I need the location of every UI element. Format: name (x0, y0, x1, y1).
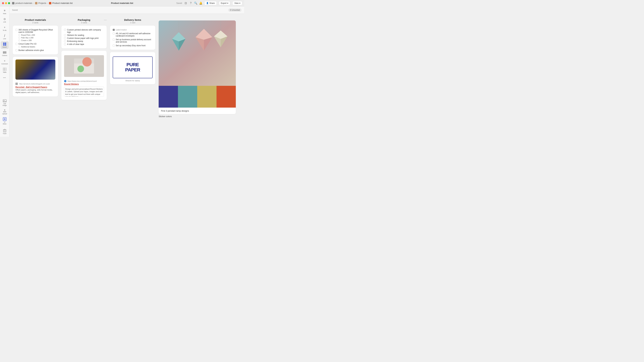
moo-link-title[interactable]: Round Stickers (64, 83, 104, 85)
card-pure-paper: PUREPAPER Artwork for stamp (110, 52, 155, 84)
sidebar-item-comment[interactable]: ≡ Comment (1, 58, 9, 66)
search-icon[interactable]: 🔍 (194, 2, 197, 4)
moo-icon (64, 80, 66, 82)
checkbox-pale-sky[interactable] (18, 37, 20, 38)
link-title-ball-doggett[interactable]: Recycled - Ball & Doggett Papers (16, 86, 55, 88)
sticker-colors-label: Sticker colors (159, 114, 236, 118)
swatch-teal (178, 86, 197, 108)
checkbox-postal[interactable] (113, 38, 115, 40)
breadcrumb-home[interactable]: product-materials (16, 2, 32, 4)
ai-ideas-icon (3, 117, 6, 121)
stamp-label: Artwork for stamp (113, 80, 152, 82)
link-url-ball-doggett: https://products.ballanddoggett.com.au/p… (19, 83, 50, 85)
board-area: Product materials 2 cards 300 sheets of … (10, 14, 244, 137)
sidebar-item-add-image[interactable]: Add image (1, 98, 9, 107)
check-item-label-maker[interactable]: Label maker (113, 28, 152, 31)
content-toolbar: Saved 0 Unsorted (10, 6, 244, 14)
note-icon: ≡ (3, 9, 6, 12)
toolbar-right: 0 Unsorted (228, 8, 242, 12)
checkbox-tape[interactable] (64, 43, 66, 45)
checkbox-royal-pink[interactable] (18, 34, 20, 36)
checkbox-embossing[interactable] (64, 40, 66, 42)
color-swatches (159, 86, 236, 108)
column-title-delivery: Delivery items (110, 18, 155, 21)
check-text-glue: Bunker adhesive enviro glue (18, 49, 44, 51)
checkbox-stickers-seal[interactable] (64, 34, 66, 36)
export-chevron: ▾ (227, 2, 228, 4)
export-button[interactable]: Export ▾ (219, 1, 230, 5)
check-text-royal-pink: Royal Pink x 200 (21, 34, 35, 36)
check-item-royal-pink[interactable]: Royal Pink x 200 (16, 34, 55, 36)
checkbox-cream[interactable] (18, 39, 20, 41)
sidebar-item-upload[interactable]: Upload (1, 108, 9, 116)
todo-icon: ≡ (3, 25, 6, 29)
column-icon (3, 51, 6, 54)
export-label: Export (221, 2, 227, 4)
column-menu-packaging[interactable]: — (104, 18, 107, 21)
titlebar-right: Saved ⊡ ? 🔍 🔔 👤 Share Export ▾ View ▾ (176, 1, 242, 5)
svg-rect-1 (5, 42, 6, 44)
sidebar-item-trash[interactable]: Trash (1, 128, 9, 135)
sidebar-item-line[interactable]: / Line (1, 33, 9, 40)
check-item-tissue[interactable]: Custom tissue paper with logo print (64, 37, 104, 40)
check-item-cream[interactable]: Cream x 200 (16, 39, 55, 42)
check-item-blades[interactable]: Additional blades (16, 45, 55, 48)
column-product-materials: Product materials 2 cards 300 sheets of … (13, 17, 58, 133)
minimize-button[interactable] (5, 2, 7, 4)
check-item-cricut[interactable]: Cricut Cutter Pro V2 (16, 42, 55, 45)
sidebar-item-ai-ideas[interactable]: Al Ideas (1, 116, 9, 126)
checkbox-glue[interactable] (16, 49, 18, 51)
window-title: Product materials list (111, 2, 133, 4)
checkbox-envelopes[interactable] (113, 32, 115, 34)
unsorted-badge: 0 Unsorted (228, 8, 242, 12)
notification-icon[interactable]: 🔔 (200, 2, 202, 4)
check-text-sleeves: Custom printed sleeves with company logo (67, 29, 104, 33)
check-item-envelopes[interactable]: A5, A4 and A3 reinforced self-adhesive c… (113, 32, 152, 37)
check-item-pale-sky[interactable]: Pale Sky x 200 (16, 36, 55, 39)
column-images: First 3 pendant lamp designs Sticker col… (159, 17, 236, 133)
swatch-blue (159, 86, 178, 108)
sidebar-item-board[interactable]: Board (1, 41, 9, 49)
checkbox-label-maker[interactable] (113, 29, 115, 31)
fullscreen-button[interactable] (8, 2, 10, 4)
card-delivery-checklist: Label maker A5, A4 and A3 reinforced sel… (110, 26, 155, 50)
add-image-label: Add image (2, 103, 8, 106)
help-icon[interactable]: ? (189, 2, 192, 4)
upload-label: Upload (2, 113, 7, 115)
share-button[interactable]: 👤 Share (204, 1, 216, 5)
sidebar-item-todo[interactable]: ≡ To-do (1, 24, 9, 32)
check-text-300sheets: 300 sheets of Doggett Recycled Offset ca… (18, 29, 55, 33)
close-button[interactable] (2, 2, 4, 4)
svg-rect-14 (3, 111, 6, 112)
view-button[interactable]: View ▾ (232, 1, 242, 5)
board-label: Board (2, 46, 6, 48)
checkbox-etsy[interactable] (113, 44, 115, 46)
breadcrumb-current: Product materials list (52, 2, 72, 4)
checkbox-sleeves[interactable] (64, 29, 66, 31)
sidebar-item-note[interactable]: ≡ Note (1, 8, 9, 15)
check-item-tape[interactable]: 4 rolls of clear tape (64, 43, 104, 46)
check-item-glue[interactable]: Bunker adhesive enviro glue (16, 49, 55, 52)
check-item-etsy[interactable]: Set up secondary Etsy store front (113, 44, 152, 47)
check-item-embossing[interactable]: Embossing stamp (64, 40, 104, 43)
check-item-sleeves[interactable]: Custom printed sleeves with company logo (64, 28, 104, 34)
check-text-cricut: Cricut Cutter Pro V2 (18, 43, 36, 45)
checkbox-cricut[interactable] (16, 43, 18, 45)
sidebar-item-column[interactable]: Column (1, 50, 9, 57)
checkbox-tissue[interactable] (64, 37, 66, 39)
sidebar-item-more[interactable]: ••• (1, 75, 9, 80)
checkbox-blades[interactable] (18, 46, 20, 48)
device-icon[interactable]: ⊡ (184, 2, 187, 4)
sidebar-item-link[interactable]: ⊙ Link (1, 16, 9, 24)
breadcrumb-projects[interactable]: Projects (38, 2, 46, 4)
column-title-product-materials: Product materials (13, 18, 58, 21)
check-text-blades: Additional blades (21, 46, 35, 48)
checkbox-300sheets[interactable] (16, 29, 18, 31)
check-item-300sheets[interactable]: 300 sheets of Doggett Recycled Offset ca… (16, 28, 55, 34)
link-icon: ⊙ (3, 17, 6, 21)
sidebar-item-table[interactable]: Table (1, 66, 9, 74)
check-item-stickers-seal[interactable]: Stickers for sealing (64, 34, 104, 37)
moo-description[interactable]: Design and print personalised Round Stic… (64, 87, 104, 97)
check-item-postal[interactable]: Set up business postal delivery account … (113, 38, 152, 43)
ai-ideas-label: Al Ideas (2, 121, 8, 125)
